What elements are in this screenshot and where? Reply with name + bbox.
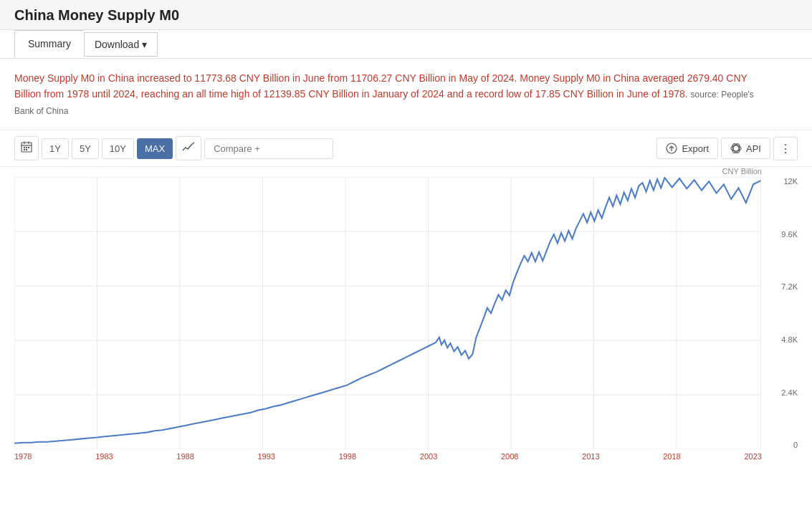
x-label-2023: 2023 <box>744 452 761 461</box>
x-label-1998: 1998 <box>339 452 356 461</box>
x-label-1988: 1988 <box>176 452 194 461</box>
x-axis-labels: 1978 1983 1988 1993 1998 2003 2008 2013 … <box>14 449 798 461</box>
svg-rect-4 <box>24 147 25 148</box>
download-label: Download <box>95 39 139 50</box>
y-label-2k4: 2.4K <box>765 388 798 397</box>
period-1y-button[interactable]: 1Y <box>42 138 69 159</box>
x-label-1978: 1978 <box>14 452 32 461</box>
x-label-2018: 2018 <box>663 452 680 461</box>
summary-section: Money Supply M0 in China increased to 11… <box>0 59 788 130</box>
y-label-9k6: 9.6K <box>765 230 798 239</box>
title-bar: China Money Supply M0 <box>0 0 812 30</box>
chart-svg <box>14 177 798 449</box>
chart-area: CNY Billion <box>0 167 812 468</box>
summary-text: Money Supply M0 in China increased to 11… <box>14 72 747 100</box>
chart-type-icon-button[interactable] <box>176 136 201 160</box>
page-title: China Money Supply M0 <box>14 7 798 24</box>
api-label: API <box>746 143 761 154</box>
x-label-1993: 1993 <box>257 452 274 461</box>
y-label-7k2: 7.2K <box>765 282 798 291</box>
export-button[interactable]: Export <box>656 138 718 159</box>
calendar-icon-button[interactable] <box>14 136 39 160</box>
tab-bar: Summary Download ▾ <box>0 30 812 59</box>
api-button[interactable]: API <box>721 138 770 159</box>
more-options-button[interactable]: ⋮ <box>773 137 798 160</box>
svg-rect-6 <box>28 147 29 148</box>
svg-rect-5 <box>26 147 27 148</box>
y-label-4k8: 4.8K <box>765 335 798 344</box>
y-label-12k: 12K <box>765 177 798 186</box>
svg-point-13 <box>731 143 741 154</box>
x-label-1983: 1983 <box>95 452 113 461</box>
export-label: Export <box>682 143 709 154</box>
svg-rect-8 <box>26 149 27 150</box>
x-label-2008: 2008 <box>501 452 518 461</box>
y-label-0: 0 <box>765 441 798 449</box>
tab-summary[interactable]: Summary <box>14 30 84 58</box>
tab-download[interactable]: Download ▾ <box>84 32 158 57</box>
compare-input[interactable] <box>204 138 333 159</box>
chart-container[interactable]: 0 2.4K 4.8K 7.2K 9.6K 12K <box>14 177 798 449</box>
period-5y-button[interactable]: 5Y <box>72 138 99 159</box>
chart-unit-label: CNY Billion <box>14 167 798 176</box>
svg-rect-7 <box>24 149 25 150</box>
x-label-2003: 2003 <box>420 452 437 461</box>
chart-controls: 1Y 5Y 10Y MAX Export API ⋮ <box>0 130 812 167</box>
chevron-down-icon: ▾ <box>142 39 147 50</box>
period-10y-button[interactable]: 10Y <box>102 138 134 159</box>
period-max-button[interactable]: MAX <box>137 138 173 159</box>
x-label-2013: 2013 <box>582 452 599 461</box>
